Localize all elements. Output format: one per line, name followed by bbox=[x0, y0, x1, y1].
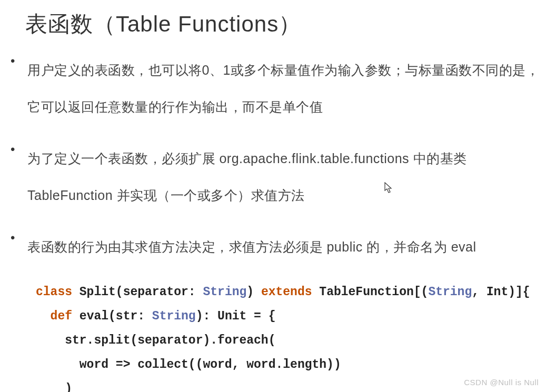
code-type: String bbox=[152, 309, 196, 323]
code-text: str.split(separator).foreach( bbox=[36, 334, 275, 347]
code-type: String bbox=[428, 285, 472, 299]
code-block: class Split(separator: String) extends T… bbox=[36, 280, 546, 392]
bullet-text: 为了定义一个表函数，必须扩展 org.apache.flink.table.fu… bbox=[27, 140, 546, 214]
code-keyword: def bbox=[51, 309, 72, 323]
code-text: TableFunction[( bbox=[312, 285, 429, 299]
code-type: String bbox=[203, 285, 246, 299]
code-keyword: extends bbox=[261, 285, 312, 299]
code-text: word => collect((word, word.length)) bbox=[36, 358, 341, 371]
code-text: Split(separator: bbox=[72, 285, 203, 299]
list-item: 用户定义的表函数，也可以将0、1或多个标量值作为输入参数；与标量函数不同的是，它… bbox=[11, 52, 546, 125]
code-keyword: class bbox=[36, 285, 72, 299]
code-text bbox=[36, 309, 51, 323]
page-title: 表函数（Table Functions） bbox=[25, 9, 546, 39]
list-item: 为了定义一个表函数，必须扩展 org.apache.flink.table.fu… bbox=[11, 140, 546, 214]
watermark: CSDN @Null is Null bbox=[464, 378, 539, 387]
list-item: 表函数的行为由其求值方法决定，求值方法必须是 public 的，并命名为 eva… bbox=[11, 228, 546, 265]
code-text: ) bbox=[246, 285, 261, 299]
code-text: ): Unit = { bbox=[196, 309, 276, 323]
bullet-text: 用户定义的表函数，也可以将0、1或多个标量值作为输入参数；与标量函数不同的是，它… bbox=[27, 52, 546, 125]
code-text: , Int)]{ bbox=[472, 285, 530, 299]
code-text: ) bbox=[36, 382, 72, 392]
bullet-text: 表函数的行为由其求值方法决定，求值方法必须是 public 的，并命名为 eva… bbox=[27, 228, 546, 265]
bullet-list: 用户定义的表函数，也可以将0、1或多个标量值作为输入参数；与标量函数不同的是，它… bbox=[0, 52, 546, 265]
code-text: eval(str: bbox=[72, 309, 152, 323]
